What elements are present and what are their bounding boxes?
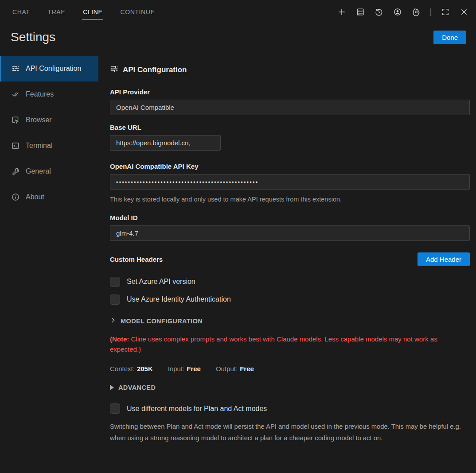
advanced-toggle[interactable]: ADVANCED [110, 384, 470, 391]
api-key-label: OpenAI Compatible API Key [110, 163, 470, 170]
tab-trae[interactable]: TRAE [47, 6, 65, 18]
sidebar-item-terminal[interactable]: Terminal [0, 133, 98, 159]
sliders-icon [11, 64, 20, 73]
sidebar-item-label: About [26, 193, 44, 201]
history-icon[interactable] [375, 8, 383, 16]
azure-api-version-checkbox[interactable] [110, 277, 120, 287]
output-price-info: Output:Free [216, 365, 254, 372]
plan-act-helper-text: Switching between Plan and Act mode will… [110, 421, 469, 444]
model-id-label: Model ID [110, 214, 470, 221]
model-note-text: (Note: Cline uses complex prompts and wo… [110, 334, 470, 355]
sidebar-item-label: Terminal [26, 142, 52, 150]
section-title: API Configuration [123, 66, 187, 74]
model-info-row: Context:205K Input:Free Output:Free [110, 365, 470, 372]
api-provider-select[interactable]: OpenAI Compatible [110, 100, 470, 115]
api-provider-label: API Provider [110, 88, 470, 96]
tab-continue[interactable]: CONTINUE [120, 6, 155, 18]
masked-api-key: ••••••••••••••••••••••••••••••••••••••••… [116, 178, 259, 186]
split-editor-icon[interactable] [441, 8, 449, 16]
chevron-right-icon [110, 317, 116, 325]
top-tab-bar: CHAT TRAE CLINE CONTINUE [0, 0, 476, 24]
plan-act-modes-row: Use different models for Plan and Act mo… [110, 403, 470, 414]
azure-api-version-label: Set Azure API version [127, 278, 195, 286]
tabbar-icon-group [337, 8, 468, 16]
api-key-input[interactable]: ••••••••••••••••••••••••••••••••••••••••… [110, 174, 470, 190]
azure-identity-auth-checkbox[interactable] [110, 295, 120, 305]
azure-identity-auth-row: Use Azure Identity Authentication [110, 295, 470, 305]
model-id-input[interactable]: glm-4.7 [110, 225, 470, 241]
input-price-info: Input:Free [168, 365, 201, 372]
toolbar-divider [430, 8, 431, 16]
account-icon[interactable] [393, 8, 402, 16]
gear-icon[interactable] [412, 8, 420, 16]
browser-cursor-icon [11, 116, 20, 124]
plan-act-modes-label: Use different models for Plan and Act mo… [127, 405, 267, 413]
info-icon [11, 193, 20, 202]
api-key-field: OpenAI Compatible API Key ••••••••••••••… [110, 163, 470, 190]
context-info: Context:205K [110, 365, 153, 372]
sidebar-item-label: API Configuration [26, 65, 81, 73]
sidebar-item-about[interactable]: About [0, 184, 98, 210]
custom-headers-row: Custom Headers Add Header [110, 252, 470, 266]
double-check-icon [11, 90, 20, 99]
sliders-icon [110, 65, 118, 75]
base-url-input[interactable]: https://open.bigmodel.cn, [110, 135, 221, 151]
base-url-label: Base URL [110, 124, 470, 131]
done-button[interactable]: Done [433, 31, 466, 44]
server-icon[interactable] [356, 8, 364, 16]
model-id-field: Model ID glm-4.7 [110, 214, 470, 241]
base-url-field: Base URL https://open.bigmodel.cn, [110, 124, 470, 151]
plan-act-modes-checkbox[interactable] [110, 403, 120, 414]
settings-main-panel: API Configuration API Provider OpenAI Co… [98, 56, 476, 444]
wrench-icon [11, 167, 20, 176]
custom-headers-label: Custom Headers [110, 256, 163, 263]
settings-sidebar: API Configuration Features Browser Termi… [0, 56, 98, 210]
azure-identity-auth-label: Use Azure Identity Authentication [127, 295, 231, 303]
sidebar-item-label: General [26, 167, 51, 175]
sidebar-item-api-configuration[interactable]: API Configuration [0, 56, 98, 81]
triangle-right-icon [110, 385, 114, 390]
plus-icon[interactable] [337, 8, 346, 16]
tab-cline[interactable]: CLINE [83, 6, 102, 18]
api-key-helper-text: This key is stored locally and only used… [110, 195, 470, 204]
tab-chat[interactable]: CHAT [12, 6, 30, 18]
terminal-icon [11, 141, 20, 150]
api-configuration-section-header: API Configuration [110, 65, 470, 75]
model-configuration-label: MODEL CONFIGURATION [121, 318, 203, 325]
azure-api-version-row: Set Azure API version [110, 277, 470, 287]
sidebar-item-browser[interactable]: Browser [0, 107, 98, 133]
page-title: Settings [11, 30, 55, 44]
sidebar-item-label: Features [26, 90, 54, 98]
api-provider-field: API Provider OpenAI Compatible [110, 88, 470, 115]
sidebar-item-label: Browser [26, 116, 52, 124]
note-prefix: (Note: [110, 335, 129, 343]
sidebar-item-features[interactable]: Features [0, 81, 98, 107]
model-configuration-toggle[interactable]: MODEL CONFIGURATION [110, 317, 470, 325]
advanced-label: ADVANCED [118, 384, 156, 391]
add-header-button[interactable]: Add Header [417, 252, 470, 266]
close-icon[interactable] [460, 8, 468, 16]
note-body: Cline uses complex prompts and works bes… [110, 335, 437, 353]
sidebar-item-general[interactable]: General [0, 159, 98, 184]
settings-header: Settings Done [0, 24, 476, 49]
